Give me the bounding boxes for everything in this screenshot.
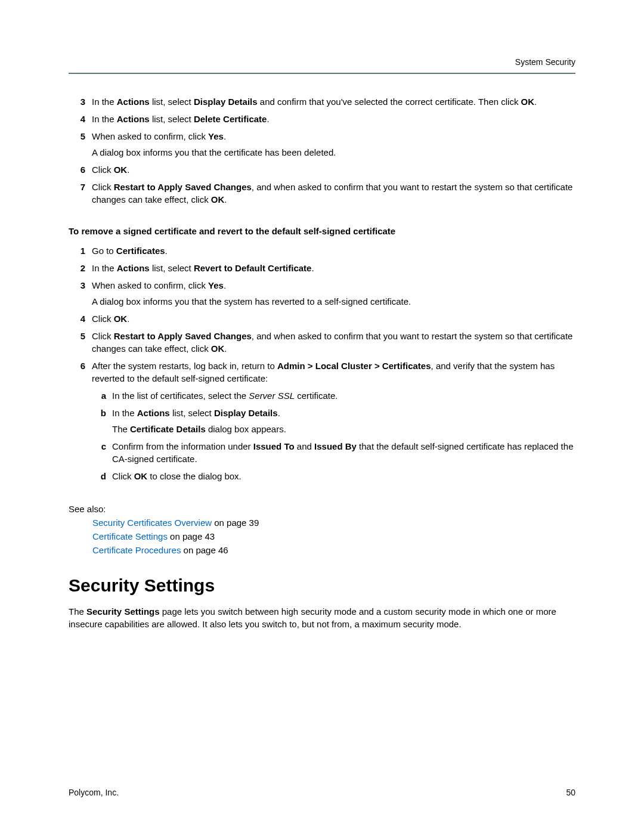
intro-paragraph: The Security Settings page lets you swit… bbox=[69, 605, 575, 630]
step-text: In the Actions list, select Display Deta… bbox=[92, 95, 575, 108]
procedure-list-continuation: 3 In the Actions list, select Display De… bbox=[69, 95, 575, 206]
footer-page-number: 50 bbox=[566, 788, 575, 797]
list-item: 6 Click OK. bbox=[69, 163, 575, 176]
step-number: 5 bbox=[69, 130, 92, 159]
see-also-label: See also: bbox=[69, 504, 575, 514]
substep-text: In the Actions list, select Display Deta… bbox=[112, 407, 575, 435]
footer-company: Polycom, Inc. bbox=[69, 788, 119, 797]
step-number: 5 bbox=[69, 330, 92, 355]
step-text: In the Actions list, select Delete Certi… bbox=[92, 113, 575, 125]
substep-text: In the list of certificates, select the … bbox=[112, 389, 575, 402]
substep-letter: d bbox=[92, 470, 112, 482]
step-number: 6 bbox=[69, 163, 92, 176]
step-number: 3 bbox=[69, 279, 92, 308]
substep-text: Click OK to close the dialog box. bbox=[112, 470, 575, 482]
list-item: 5 When asked to confirm, click Yes. A di… bbox=[69, 130, 575, 159]
sub-list-item: b In the Actions list, select Display De… bbox=[92, 407, 575, 435]
procedure-heading: To remove a signed certificate and rever… bbox=[69, 226, 575, 236]
link-certificate-settings[interactable]: Certificate Settings bbox=[92, 531, 168, 541]
step-para: A dialog box informs you that the certif… bbox=[92, 146, 575, 159]
step-number: 4 bbox=[69, 312, 92, 325]
sub-list-item: c Confirm from the information under Iss… bbox=[92, 440, 575, 465]
xref-line: Security Certificates Overview on page 3… bbox=[92, 518, 575, 528]
xref-line: Certificate Procedures on page 46 bbox=[92, 545, 575, 555]
substep-letter: c bbox=[92, 440, 112, 465]
xref-line: Certificate Settings on page 43 bbox=[92, 531, 575, 541]
step-number: 7 bbox=[69, 181, 92, 206]
list-item: 7 Click Restart to Apply Saved Changes, … bbox=[69, 181, 575, 206]
step-text: Click Restart to Apply Saved Changes, an… bbox=[92, 181, 575, 206]
link-security-cert-overview[interactable]: Security Certificates Overview bbox=[92, 518, 212, 528]
step-text: After the system restarts, log back in, … bbox=[92, 360, 575, 487]
step-text: Click OK. bbox=[92, 163, 575, 176]
step-para: A dialog box informs you that the system… bbox=[92, 295, 575, 308]
procedure-list-revert: 1 Go to Certificates. 2 In the Actions l… bbox=[69, 244, 575, 487]
sub-list-item: d Click OK to close the dialog box. bbox=[92, 470, 575, 482]
link-certificate-procedures[interactable]: Certificate Procedures bbox=[92, 545, 181, 555]
sub-procedure-list: a In the list of certificates, select th… bbox=[92, 389, 575, 482]
substep-text: Confirm from the information under Issue… bbox=[112, 440, 575, 465]
list-item: 2 In the Actions list, select Revert to … bbox=[69, 262, 575, 274]
list-item: 6 After the system restarts, log back in… bbox=[69, 360, 575, 487]
list-item: 5 Click Restart to Apply Saved Changes, … bbox=[69, 330, 575, 355]
list-item: 4 Click OK. bbox=[69, 312, 575, 325]
substep-para: The Certificate Details dialog box appea… bbox=[112, 423, 575, 435]
list-item: 1 Go to Certificates. bbox=[69, 244, 575, 257]
step-text: Click Restart to Apply Saved Changes, an… bbox=[92, 330, 575, 355]
step-number: 3 bbox=[69, 95, 92, 108]
step-text: When asked to confirm, click Yes. A dial… bbox=[92, 130, 575, 159]
sub-list-item: a In the list of certificates, select th… bbox=[92, 389, 575, 402]
page: System Security 3 In the Actions list, s… bbox=[0, 0, 644, 833]
step-number: 2 bbox=[69, 262, 92, 274]
list-item: 3 When asked to confirm, click Yes. A di… bbox=[69, 279, 575, 308]
heading-security-settings: Security Settings bbox=[69, 575, 575, 596]
section-header: System Security bbox=[69, 57, 575, 67]
header-rule bbox=[69, 73, 575, 74]
substep-letter: a bbox=[92, 389, 112, 402]
page-footer: Polycom, Inc. 50 bbox=[69, 788, 575, 797]
list-item: 4 In the Actions list, select Delete Cer… bbox=[69, 113, 575, 125]
step-text: In the Actions list, select Revert to De… bbox=[92, 262, 575, 274]
substep-letter: b bbox=[92, 407, 112, 435]
step-number: 4 bbox=[69, 113, 92, 125]
step-text: Click OK. bbox=[92, 312, 575, 325]
step-text: When asked to confirm, click Yes. A dial… bbox=[92, 279, 575, 308]
step-number: 6 bbox=[69, 360, 92, 487]
list-item: 3 In the Actions list, select Display De… bbox=[69, 95, 575, 108]
step-number: 1 bbox=[69, 244, 92, 257]
step-text: Go to Certificates. bbox=[92, 244, 575, 257]
